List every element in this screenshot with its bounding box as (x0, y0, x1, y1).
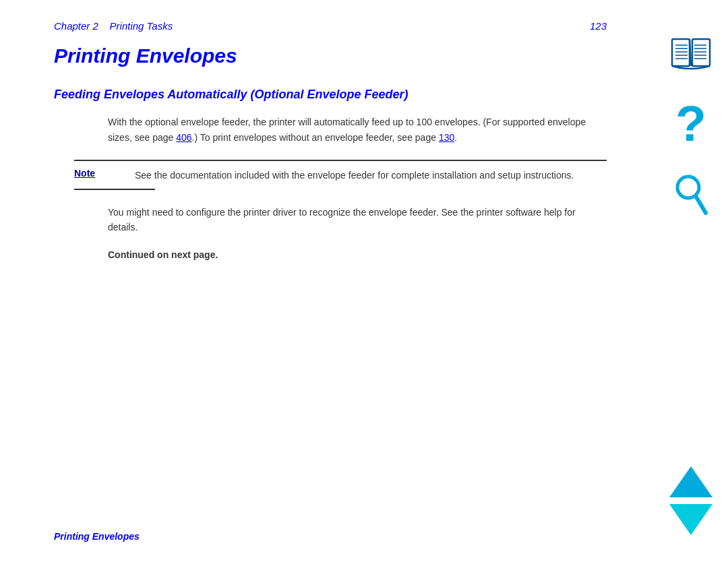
svg-text:?: ? (675, 97, 706, 151)
link-130[interactable]: 130 (439, 132, 454, 143)
link-406[interactable]: 406 (176, 132, 191, 143)
section-heading: Feeding Envelopes Automatically (Optiona… (54, 87, 607, 102)
search-icon[interactable] (673, 174, 708, 218)
note-label: Note (74, 168, 135, 183)
arrow-down-icon[interactable] (669, 504, 712, 535)
navigation-arrows (669, 466, 712, 535)
page-title: Printing Envelopes (54, 44, 607, 68)
note-underline (74, 189, 155, 190)
svg-line-15 (696, 196, 706, 213)
page-header: Chapter 2 Printing Tasks 123 (54, 20, 607, 32)
svg-rect-1 (692, 39, 710, 66)
chapter-header: Chapter 2 Printing Tasks (54, 20, 173, 32)
sidebar: ? (654, 0, 728, 562)
arrow-up-icon[interactable] (669, 466, 712, 497)
page-number: 123 (590, 20, 607, 32)
page-content: Chapter 2 Printing Tasks 123 Printing En… (0, 0, 647, 562)
book-icon[interactable] (669, 34, 712, 77)
body-paragraph-2: You might need to configure the printer … (108, 205, 607, 235)
note-text: See the documentation included with the … (135, 168, 607, 183)
svg-rect-0 (672, 39, 690, 66)
note-section: Note See the documentation included with… (74, 160, 607, 189)
footer-title: Printing Envelopes (54, 531, 140, 542)
question-mark-icon[interactable]: ? (673, 97, 709, 154)
body-paragraph-1: With the optional envelope feeder, the p… (108, 115, 607, 145)
continued-text: Continued on next page. (108, 249, 607, 260)
